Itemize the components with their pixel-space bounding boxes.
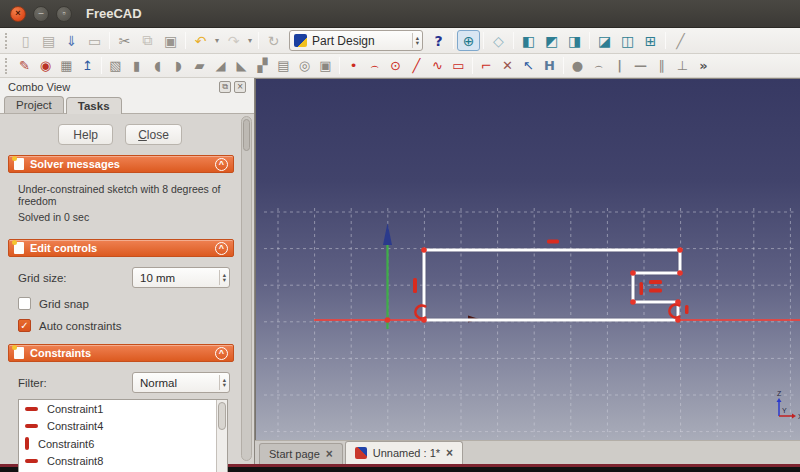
- open-document-icon[interactable]: ▤: [37, 30, 60, 51]
- print-icon[interactable]: ▭: [83, 30, 106, 51]
- external-geometry-icon[interactable]: ↖: [518, 55, 539, 76]
- constraint-vertical-icon[interactable]: |: [609, 55, 630, 76]
- refresh-icon[interactable]: ↻: [262, 30, 285, 51]
- collapse-section-button[interactable]: ^: [215, 347, 228, 360]
- leave-sketch-icon[interactable]: ↥: [77, 55, 98, 76]
- tab-document-unnamed[interactable]: Unnamed : 1* ×: [345, 441, 463, 464]
- chamfer-icon[interactable]: ◣: [231, 55, 252, 76]
- redo-icon[interactable]: ↷: [222, 30, 245, 51]
- save-icon[interactable]: ⇓: [60, 30, 83, 51]
- top-view-icon[interactable]: ◩: [540, 30, 563, 51]
- grid-size-combobox[interactable]: 10 mm ▴▾: [132, 267, 230, 288]
- linear-pattern-icon[interactable]: ▤: [273, 55, 294, 76]
- left-view-icon[interactable]: ⊞: [639, 30, 662, 51]
- window-close-button[interactable]: ×: [10, 6, 26, 22]
- revolution-icon[interactable]: ◗: [168, 55, 189, 76]
- window-minimize-button[interactable]: –: [33, 6, 49, 22]
- scrollbar-thumb[interactable]: [218, 402, 226, 430]
- copy-icon[interactable]: ⧉: [136, 30, 159, 51]
- multitransform-icon[interactable]: ▣: [315, 55, 336, 76]
- sketch-vertex-point[interactable]: [421, 247, 427, 253]
- sketch-vertex-point[interactable]: [677, 247, 683, 253]
- map-sketch-icon[interactable]: ▦: [56, 55, 77, 76]
- trim-icon[interactable]: ✕: [497, 55, 518, 76]
- sketch-circle-icon[interactable]: ⊙: [385, 55, 406, 76]
- undo-icon[interactable]: ↶: [189, 30, 212, 51]
- view-sketch-icon[interactable]: ◉: [35, 55, 56, 76]
- fit-all-icon[interactable]: ⊕: [457, 30, 480, 51]
- constraints-list[interactable]: Constraint1 Constraint4 Cons: [18, 399, 228, 472]
- polar-pattern-icon[interactable]: ◎: [294, 55, 315, 76]
- measure-distance-icon[interactable]: ╱: [669, 30, 692, 51]
- constraint-point-on-object-icon[interactable]: ⌢: [588, 55, 609, 76]
- groove-icon[interactable]: ▰: [189, 55, 210, 76]
- constraint-horizontal-icon[interactable]: —: [630, 55, 651, 76]
- constraints-header[interactable]: Constraints ^: [8, 344, 234, 362]
- tab-close-icon[interactable]: ×: [446, 447, 453, 459]
- constraint-perpendicular-icon[interactable]: ⊥: [672, 55, 693, 76]
- toolbar-overflow-icon[interactable]: »: [693, 55, 714, 76]
- constraint-filter-spinner[interactable]: ▴▾: [219, 375, 226, 390]
- sketch-line-icon[interactable]: ╱: [406, 55, 427, 76]
- grid-snap-checkbox[interactable]: [18, 297, 31, 310]
- rear-view-icon[interactable]: ◪: [593, 30, 616, 51]
- mirrored-icon[interactable]: ▞: [252, 55, 273, 76]
- workbench-selector[interactable]: Part Design ▴▾: [289, 30, 423, 51]
- bottom-view-icon[interactable]: ◫: [616, 30, 639, 51]
- sketch-rectangle-icon[interactable]: ▭: [448, 55, 469, 76]
- window-maximize-button[interactable]: ▫: [56, 6, 72, 22]
- 3d-viewport[interactable]: ZYX: [255, 78, 800, 440]
- sketch-vertex-point[interactable]: [675, 317, 681, 323]
- constraint-list-item[interactable]: Constraint8: [19, 453, 227, 471]
- workbench-selector-spinner[interactable]: ▴▾: [412, 33, 419, 48]
- panel-scrollbar[interactable]: [241, 116, 252, 461]
- sketch-vertex-point[interactable]: [421, 317, 427, 323]
- sketch-polyline-icon[interactable]: ∿: [427, 55, 448, 76]
- tab-close-icon[interactable]: ×: [326, 448, 333, 460]
- fillet-feature-icon[interactable]: ◢: [210, 55, 231, 76]
- sketch-vertex-point[interactable]: [630, 270, 636, 276]
- front-view-icon[interactable]: ◧: [517, 30, 540, 51]
- close-button[interactable]: Close: [125, 124, 182, 145]
- constraint-coincident-icon[interactable]: ●: [567, 55, 588, 76]
- constraint-list-item[interactable]: Constraint4: [19, 418, 227, 436]
- pocket-icon[interactable]: ◖: [147, 55, 168, 76]
- scrollbar-thumb[interactable]: [243, 119, 250, 151]
- constraint-mark-vertical[interactable]: [413, 278, 417, 293]
- toolbar-handle[interactable]: [5, 58, 11, 74]
- collapse-section-button[interactable]: ^: [215, 242, 228, 255]
- constraint-filter-combobox[interactable]: Normal ▴▾: [132, 372, 230, 393]
- toolbar-handle[interactable]: [5, 33, 11, 49]
- sketch-vertex-point[interactable]: [385, 317, 391, 323]
- dock-close-icon[interactable]: ×: [234, 81, 246, 93]
- solver-messages-header[interactable]: Solver messages ^: [8, 155, 234, 173]
- edit-controls-header[interactable]: Edit controls ^: [8, 239, 234, 257]
- datum-plane-icon[interactable]: ▧: [105, 55, 126, 76]
- constraint-mark-vertical[interactable]: [685, 305, 689, 314]
- constraint-parallel-icon[interactable]: ∥: [651, 55, 672, 76]
- axonometric-view-icon[interactable]: ◇: [487, 30, 510, 51]
- right-view-icon[interactable]: ◨: [563, 30, 586, 51]
- pad-icon[interactable]: ▮: [126, 55, 147, 76]
- sketch-vertex-point[interactable]: [677, 270, 683, 276]
- cut-icon[interactable]: ✂: [113, 30, 136, 51]
- edit-sketch-icon[interactable]: ✎: [14, 55, 35, 76]
- sketch-fillet-icon[interactable]: ⌐: [476, 55, 497, 76]
- constraint-mark-horizontal[interactable]: [649, 289, 662, 293]
- tab-project[interactable]: Project: [4, 96, 64, 113]
- constraint-list-item[interactable]: Constraint6: [19, 435, 227, 453]
- constraint-mark-horizontal[interactable]: [547, 240, 559, 244]
- redo-dropdown-icon[interactable]: ▾: [245, 36, 255, 45]
- sketch-arc-icon[interactable]: ⌢: [364, 55, 385, 76]
- paste-icon[interactable]: ▣: [159, 30, 182, 51]
- sketch-vertex-point[interactable]: [630, 299, 636, 305]
- help-button[interactable]: Help: [58, 124, 113, 145]
- sketch-vertex-point[interactable]: [675, 299, 681, 305]
- new-document-icon[interactable]: ▯: [14, 30, 37, 51]
- whats-this-icon[interactable]: ?: [427, 30, 450, 51]
- grid-size-spinner[interactable]: ▴▾: [219, 270, 226, 285]
- auto-constraints-checkbox[interactable]: ✓: [18, 319, 31, 332]
- tab-start-page[interactable]: Start page ×: [259, 443, 343, 464]
- tab-tasks[interactable]: Tasks: [66, 97, 122, 114]
- dock-float-icon[interactable]: ⧉: [219, 81, 231, 93]
